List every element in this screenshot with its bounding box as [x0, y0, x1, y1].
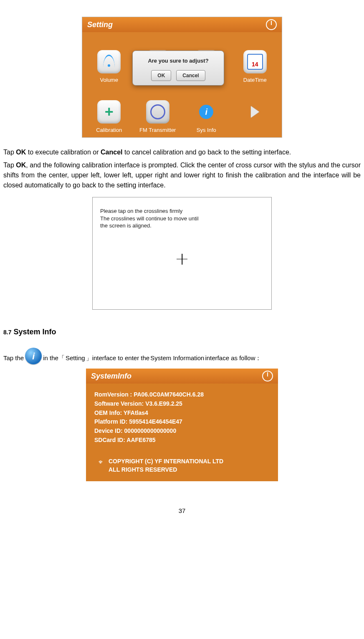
ok-button[interactable]: OK [151, 70, 171, 81]
cross-icon[interactable] [177, 254, 187, 265]
tile-volume[interactable]: Volume [85, 36, 134, 86]
cancel-button[interactable]: Cancel [176, 70, 205, 81]
info-icon: i [195, 100, 218, 124]
tile-label [254, 126, 256, 134]
tap-info-sentence: Tap the i in the「Setting」interface to en… [3, 348, 361, 363]
systeminfo-body: RomVersion : PA06.0C0AM7640CH.6.28 Softw… [86, 384, 278, 451]
tile-fm[interactable]: FM Transmitter [134, 86, 182, 136]
info-icon[interactable]: i [25, 348, 42, 364]
systeminfo-figure: SystemInfo RomVersion : PA06.0C0AM7640CH… [86, 369, 278, 481]
confirm-dialog: Are you sure to adjust? OK Cancel [132, 51, 224, 86]
tile-next[interactable] [231, 86, 280, 136]
oem-info: OEM Info: YFAtlas4 [94, 409, 270, 418]
fm-icon [146, 100, 169, 124]
rom-version: RomVersion : PA06.0C0AM7640CH.6.28 [94, 390, 270, 399]
section-heading: 8.7 System Info [3, 326, 361, 338]
arrow-right-icon [243, 100, 267, 124]
paragraph-calibration-steps: Tap OK, and the following calibration in… [3, 160, 361, 190]
copyright-block: ᯤ COPYRIGHT (C) YF INTERNATIONAL LTD ALL… [99, 457, 265, 474]
tile-label: FM Transmitter [139, 126, 176, 134]
section-title: System Info [13, 328, 56, 336]
power-icon[interactable] [266, 19, 277, 30]
dialog-message: Are you sure to adjust? [137, 57, 220, 65]
setting-header: Setting [82, 17, 282, 32]
tile-datetime[interactable]: 14 DateTime [231, 36, 280, 86]
setting-title: Setting [87, 19, 113, 30]
tile-calibration[interactable]: + Calibration [85, 86, 134, 136]
page-number: 37 [3, 506, 361, 516]
tile-label: Volume [100, 76, 118, 84]
platform-id: Platform ID: 5955414E46454E47 [94, 417, 270, 427]
systeminfo-header: SystemInfo [86, 369, 278, 384]
calendar-icon: 14 [243, 50, 267, 73]
software-version: Software Version: V3.6.E99.2.25 [94, 399, 270, 409]
paragraph-tap-ok-cancel: Tap OK to execute calibration or Cancel … [3, 146, 361, 159]
device-id: Device ID: 0000000000000000 [94, 427, 270, 436]
systeminfo-title: SystemInfo [91, 371, 131, 382]
tile-label: Sys Info [197, 126, 216, 134]
crosslines-message: Please tap on the crosslines firmly The … [100, 207, 264, 230]
setting-dialog-figure: Setting Volume BackLight Language 14 Dat… [82, 17, 282, 138]
tile-label: DateTime [243, 76, 267, 84]
section-number: 8.7 [3, 329, 11, 336]
tile-label: Calibration [96, 126, 122, 134]
tile-sysinfo[interactable]: i Sys Info [182, 86, 231, 136]
plus-icon: + [97, 100, 121, 124]
wifi-icon [97, 50, 121, 73]
calibration-cross-figure: Please tap on the crosslines firmly The … [92, 197, 272, 310]
sdcard-id: SDCard ID: AAFE6785 [94, 436, 270, 445]
link-icon: ᯤ [99, 458, 104, 474]
power-icon[interactable] [262, 371, 273, 381]
